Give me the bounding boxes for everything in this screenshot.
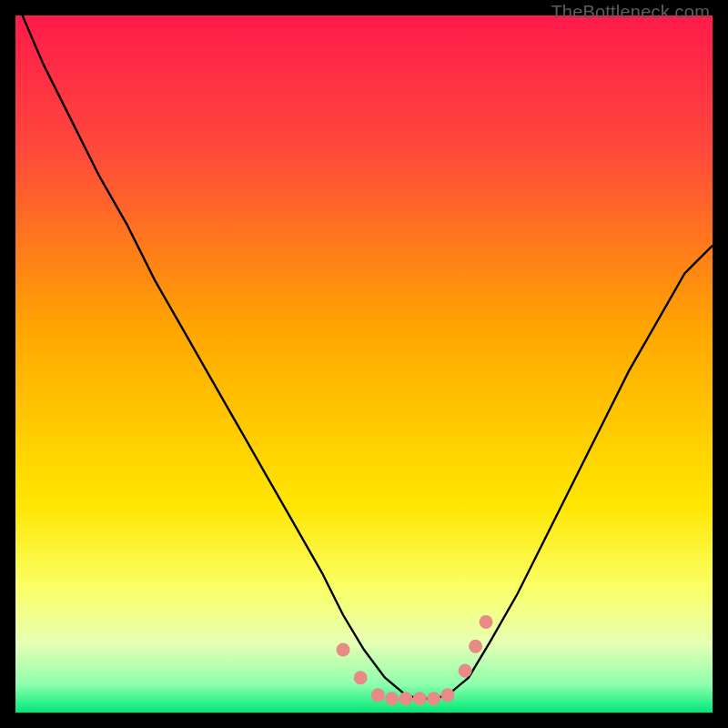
curve-marker [427, 692, 440, 705]
curve-marker [459, 664, 472, 678]
chart-frame [15, 15, 713, 713]
curve-marker [469, 640, 482, 653]
bottleneck-chart [15, 15, 713, 713]
curve-marker [371, 688, 385, 702]
curve-marker [385, 692, 399, 705]
curve-marker [337, 643, 350, 657]
curve-marker [413, 692, 427, 705]
watermark-text: TheBottleneck.com [551, 2, 710, 23]
curve-marker [399, 692, 412, 705]
chart-background [15, 15, 713, 713]
curve-marker [480, 615, 493, 629]
curve-marker [440, 688, 454, 702]
curve-marker [354, 671, 368, 684]
